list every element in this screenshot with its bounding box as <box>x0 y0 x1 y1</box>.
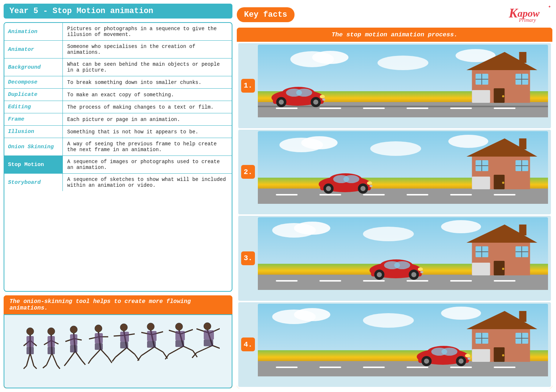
def-duplicate: To make an exact copy of something. <box>62 89 232 101</box>
kapow-logo: K apow Primary ✦ <box>509 4 552 25</box>
svg-rect-28 <box>70 334 77 345</box>
process-title: The stop motion animation process. <box>237 28 552 42</box>
svg-rect-203 <box>407 367 429 368</box>
svg-point-40 <box>120 324 127 331</box>
table-row: Storyboard A sequence of sketches to sho… <box>4 174 232 191</box>
process-step-2: 2. <box>238 130 551 215</box>
svg-rect-165 <box>320 280 341 282</box>
svg-point-116 <box>279 100 284 105</box>
svg-rect-169 <box>494 280 516 282</box>
page-title: Year 5 - Stop Motion animation <box>9 7 153 16</box>
svg-point-159 <box>294 222 330 235</box>
def-stop-motion: A sequence of images or photographs used… <box>62 156 232 173</box>
table-row: Animator Someone who specialises in the … <box>4 41 232 58</box>
svg-rect-9 <box>27 347 34 354</box>
onion-skinning-section: The onion-skinning tool helps to create … <box>4 295 232 388</box>
svg-point-155 <box>367 181 372 185</box>
svg-rect-93 <box>320 108 341 109</box>
svg-point-190 <box>411 272 417 277</box>
glossary-table: Animation Pictures or photographs in a s… <box>4 22 232 292</box>
process-step-4: 4. <box>238 302 551 387</box>
svg-line-14 <box>46 353 52 365</box>
svg-point-101 <box>502 95 504 97</box>
svg-rect-97 <box>494 108 516 109</box>
svg-rect-109 <box>519 52 527 63</box>
svg-rect-205 <box>494 367 516 368</box>
svg-line-25 <box>75 351 82 360</box>
svg-text:✦: ✦ <box>548 4 551 9</box>
term-frame: Frame <box>4 113 62 125</box>
term-animation: Animation <box>4 23 62 40</box>
svg-rect-180 <box>472 263 490 275</box>
table-row: Illusion Something that is not how it ap… <box>4 126 232 138</box>
onion-content <box>4 314 232 388</box>
svg-point-209 <box>502 354 504 356</box>
svg-line-37 <box>108 357 112 363</box>
svg-line-24 <box>67 351 75 362</box>
svg-rect-216 <box>472 349 490 362</box>
def-decompose: To break something down into smaller chu… <box>62 76 232 88</box>
svg-point-152 <box>326 186 331 191</box>
svg-point-197 <box>441 307 481 320</box>
svg-point-30 <box>95 325 102 332</box>
svg-rect-199 <box>258 361 548 376</box>
svg-rect-200 <box>276 367 298 368</box>
svg-rect-91 <box>258 106 548 107</box>
table-row: Animation Pictures or photographs in a s… <box>4 23 232 41</box>
def-storyboard: A sequence of sketches to show what will… <box>62 174 232 191</box>
svg-point-50 <box>147 323 154 330</box>
svg-rect-228 <box>468 357 471 360</box>
svg-point-186 <box>394 261 410 269</box>
svg-line-36 <box>88 359 91 364</box>
svg-rect-130 <box>363 194 385 195</box>
svg-line-55 <box>154 347 163 352</box>
title-bar: Year 5 - Stop Motion animation <box>4 4 232 19</box>
svg-rect-144 <box>472 177 490 189</box>
term-illusion: Illusion <box>4 126 62 138</box>
svg-line-34 <box>91 349 101 359</box>
step-number-1: 1. <box>241 79 255 93</box>
walking-figures-svg <box>16 322 220 380</box>
left-column: Year 5 - Stop Motion animation Animation… <box>4 4 232 388</box>
key-facts-label: Key facts <box>244 10 287 19</box>
svg-point-137 <box>502 182 504 184</box>
table-row: Editing The process of making changes to… <box>4 101 232 113</box>
term-editing: Editing <box>4 101 62 113</box>
svg-line-74 <box>196 345 212 353</box>
def-onion-skinning: A way of seeing the previous frame to he… <box>62 138 232 155</box>
svg-rect-127 <box>258 189 548 204</box>
svg-line-4 <box>27 353 30 366</box>
svg-rect-156 <box>370 185 373 187</box>
table-row: Onion Skinning A way of seeing the previ… <box>4 138 232 156</box>
scene-svg-3 <box>258 217 548 290</box>
step-number-3: 3. <box>241 251 255 265</box>
right-header: Key facts K apow Primary ✦ <box>237 4 552 25</box>
svg-point-227 <box>465 354 470 357</box>
svg-point-154 <box>361 186 366 191</box>
step-scene-2 <box>258 131 548 213</box>
svg-point-87 <box>378 56 429 70</box>
svg-line-44 <box>115 348 127 357</box>
table-row: Frame Each picture or page in an animati… <box>4 113 232 126</box>
svg-rect-133 <box>494 194 516 195</box>
term-storyboard: Storyboard <box>4 174 62 191</box>
scene-svg-4 <box>258 304 548 376</box>
svg-rect-168 <box>450 280 472 282</box>
svg-line-7 <box>34 366 37 369</box>
svg-point-188 <box>377 272 382 277</box>
svg-line-64 <box>169 346 183 354</box>
term-background: Background <box>4 58 62 76</box>
svg-rect-59 <box>147 341 156 348</box>
svg-point-119 <box>320 95 325 98</box>
svg-rect-79 <box>204 340 213 346</box>
svg-line-27 <box>82 360 85 365</box>
svg-line-16 <box>43 365 46 368</box>
svg-rect-181 <box>519 225 527 235</box>
process-title-text: The stop motion animation process. <box>332 31 458 38</box>
def-animation: Pictures or photographs in a sequence to… <box>62 23 232 40</box>
svg-rect-204 <box>450 367 472 368</box>
term-animator: Animator <box>4 41 62 58</box>
svg-rect-29 <box>70 345 77 352</box>
svg-line-35 <box>101 349 108 357</box>
svg-line-45 <box>127 348 135 354</box>
